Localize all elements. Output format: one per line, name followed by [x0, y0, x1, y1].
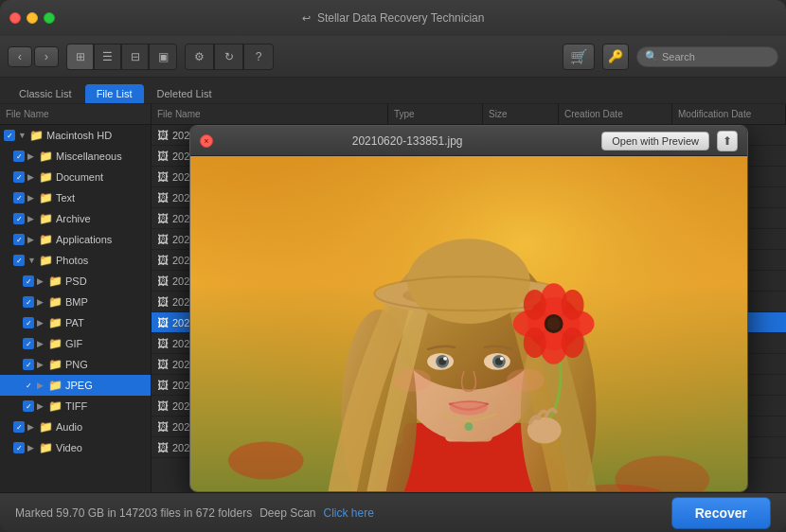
status-bar: Marked 59.70 GB in 147203 files in 672 f…: [0, 492, 786, 532]
maximize-button[interactable]: [44, 12, 55, 24]
sidebar-item-jpeg[interactable]: ✓ ▶ 📁 JPEG: [0, 375, 151, 396]
sidebar-checkbox-archive[interactable]: ✓: [13, 213, 25, 224]
grid-view-button[interactable]: ⊞: [67, 44, 94, 69]
sidebar-checkbox-bmp[interactable]: ✓: [23, 296, 34, 308]
recover-button[interactable]: Recover: [671, 497, 771, 529]
folder-icon: 📁: [39, 150, 53, 163]
sidebar-item-png[interactable]: ✓ ▶ 📁 PNG: [0, 354, 151, 375]
tree-arrow: ▶: [27, 422, 37, 432]
click-here-link[interactable]: Click here: [324, 506, 374, 520]
tree-arrow: ▼: [27, 256, 37, 265]
tab-classic-list[interactable]: Classic List: [8, 84, 83, 103]
folder-icon: 📁: [39, 191, 53, 204]
sidebar-checkbox-macintosh-hd[interactable]: ✓: [4, 130, 15, 141]
sidebar-checkbox-apps[interactable]: ✓: [13, 234, 25, 245]
tree-arrow: ▶: [27, 214, 37, 223]
col-header-size[interactable]: Size: [483, 104, 559, 124]
sidebar-item-text[interactable]: ✓ ▶ 📁 Text: [0, 187, 151, 208]
sidebar-checkbox-misc[interactable]: ✓: [13, 151, 25, 162]
column-view-button[interactable]: ⊟: [122, 44, 149, 69]
preview-title-bar: × 20210620-133851.jpg Open with Preview …: [190, 126, 747, 156]
minimize-button[interactable]: [27, 12, 38, 24]
sidebar-item-audio[interactable]: ✓ ▶ 📁 Audio: [0, 417, 151, 437]
sidebar-checkbox-doc[interactable]: ✓: [13, 171, 25, 183]
open-with-preview-button[interactable]: Open with Preview: [601, 132, 709, 151]
sidebar-checkbox-psd[interactable]: ✓: [23, 275, 34, 287]
sidebar-label: JPEG: [65, 380, 93, 391]
sidebar-checkbox-pat[interactable]: ✓: [23, 317, 34, 328]
search-box[interactable]: 🔍: [636, 46, 778, 67]
window-title: ↩ Stellar Data Recovery Technician: [302, 11, 485, 25]
sidebar-item-pat[interactable]: ✓ ▶ 📁 PAT: [0, 312, 151, 333]
sidebar-checkbox-tiff[interactable]: ✓: [23, 400, 34, 412]
sidebar-item-miscellaneous[interactable]: ✓ ▶ 📁 Miscellaneous: [0, 146, 151, 167]
tree-arrow: ▶: [27, 193, 37, 203]
list-view-button[interactable]: ☰: [95, 44, 121, 69]
col-header-type[interactable]: Type: [388, 104, 483, 124]
folder-icon: 📁: [39, 212, 53, 225]
refresh-button[interactable]: ↻: [215, 44, 243, 69]
column-headers: File Name File Name Type Size Creation D…: [0, 104, 786, 125]
cart-button[interactable]: 🛒: [563, 44, 595, 70]
sidebar-item-applications[interactable]: ✓ ▶ 📁 Applications: [0, 229, 151, 250]
sidebar-checkbox-text[interactable]: ✓: [13, 192, 25, 204]
sidebar-label: Archive: [56, 213, 91, 224]
col-header-name[interactable]: File Name: [0, 104, 152, 124]
tree-arrow: ▼: [18, 131, 27, 140]
folder-icon: 📁: [48, 275, 63, 288]
action-buttons: ⚙ ↻ ?: [185, 44, 274, 70]
folder-icon: 📁: [48, 337, 63, 350]
sidebar-checkbox-gif[interactable]: ✓: [23, 338, 34, 349]
close-button[interactable]: [9, 12, 21, 24]
sidebar-item-macintosh-hd[interactable]: ✓ ▼ 📁 Macintosh HD: [0, 125, 151, 146]
key-button[interactable]: 🔑: [602, 44, 629, 70]
back-button[interactable]: ‹: [8, 46, 32, 67]
sidebar-item-bmp[interactable]: ✓ ▶ 📁 BMP: [0, 292, 151, 312]
sidebar-item-psd[interactable]: ✓ ▶ 📁 PSD: [0, 271, 151, 292]
file-list-area[interactable]: 🖼20210620-133851.jpg JPEG 2.3 MB 1:33 PM…: [152, 125, 786, 492]
folder-icon: 📁: [39, 441, 53, 454]
sidebar-label: PAT: [65, 317, 84, 328]
settings-button[interactable]: ⚙: [186, 44, 214, 69]
tab-deleted-list[interactable]: Deleted List: [146, 84, 223, 103]
folder-icon: 📁: [29, 129, 44, 142]
traffic-lights[interactable]: [9, 12, 55, 24]
sidebar-item-document[interactable]: ✓ ▶ 📁 Document: [0, 167, 151, 187]
folder-icon: 📁: [39, 170, 53, 184]
sidebar-label: TIFF: [65, 400, 87, 412]
sidebar-item-photos[interactable]: ✓ ▼ 📁 Photos: [0, 250, 151, 271]
col-header-creation[interactable]: Creation Date: [559, 104, 672, 124]
tree-arrow: ▶: [27, 151, 37, 161]
search-icon: 🔍: [645, 50, 658, 62]
folder-icon: 📁: [48, 295, 63, 309]
tab-file-list[interactable]: File List: [85, 84, 144, 103]
col-header-filename[interactable]: File Name: [152, 104, 388, 124]
forward-button[interactable]: ›: [34, 46, 59, 67]
sidebar-item-gif[interactable]: ✓ ▶ 📁 GIF: [0, 333, 151, 354]
tree-arrow: ▶: [37, 401, 46, 411]
sidebar-label: BMP: [65, 296, 88, 308]
search-input[interactable]: [662, 51, 770, 62]
cover-view-button[interactable]: ▣: [150, 44, 176, 69]
sidebar-checkbox-png[interactable]: ✓: [23, 359, 34, 370]
main-content: ✓ ▼ 📁 Macintosh HD ✓ ▶ 📁 Miscellaneous ✓…: [0, 125, 786, 492]
sidebar-checkbox-audio[interactable]: ✓: [13, 421, 25, 433]
preview-close-button[interactable]: ×: [200, 134, 213, 148]
sidebar-label: Text: [56, 192, 75, 204]
sidebar-checkbox-jpeg[interactable]: ✓: [23, 380, 34, 391]
col-header-modification[interactable]: Modification Date: [672, 104, 786, 124]
tree-arrow: ▶: [27, 235, 37, 244]
help-button[interactable]: ?: [244, 44, 273, 69]
sidebar-label: PSD: [65, 275, 87, 287]
preview-window: × 20210620-133851.jpg Open with Preview …: [189, 125, 748, 492]
sidebar-item-video[interactable]: ✓ ▶ 📁 Video: [0, 437, 151, 458]
sidebar-checkbox-photos[interactable]: ✓: [13, 255, 25, 266]
sidebar-label: Video: [56, 442, 82, 453]
sidebar-item-archive[interactable]: ✓ ▶ 📁 Archive: [0, 208, 151, 229]
sidebar-label: GIF: [65, 338, 82, 349]
tree-arrow: ▶: [37, 318, 46, 328]
preview-overlay: × 20210620-133851.jpg Open with Preview …: [152, 125, 786, 492]
sidebar-checkbox-video[interactable]: ✓: [13, 442, 25, 453]
sidebar-item-tiff[interactable]: ✓ ▶ 📁 TIFF: [0, 396, 151, 417]
share-button[interactable]: ⬆: [717, 131, 738, 151]
